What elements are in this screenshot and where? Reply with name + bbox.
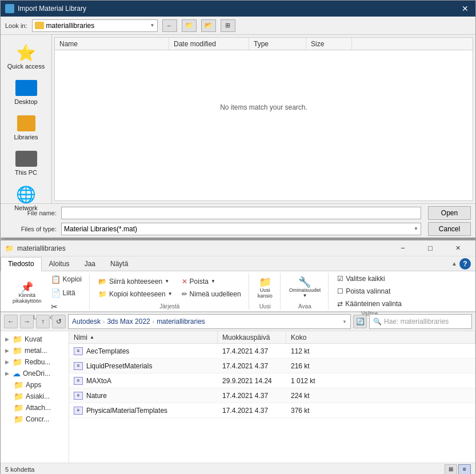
sidebar-quickaccess-label: Quick access (7, 63, 45, 70)
copyto-icon: 📁 (98, 290, 107, 298)
new-folder-btn[interactable]: 📁 Uusikansio (254, 274, 277, 302)
search-icon: 🔍 (373, 318, 382, 326)
grid-view-btn[interactable]: ⊞ (445, 464, 457, 475)
nav-item-metal[interactable]: ▶ 📁 metal... (1, 345, 69, 356)
create-folder-btn[interactable]: 📂 (201, 19, 216, 32)
forward-button[interactable]: → (20, 315, 34, 328)
files-col-name[interactable]: Nimi ▲ (69, 331, 218, 343)
files-col-date[interactable]: Muokkauspäivä (218, 331, 286, 343)
nav-item-redbu[interactable]: ▶ 📁 Redbu... (1, 356, 69, 368)
filetype-combo[interactable]: Material Libraries(*.mat) ▼ (61, 223, 421, 235)
table-row[interactable]: ≡ MAXtoA 29.9.2021 14.24 1 012 kt (69, 373, 475, 388)
scissors-icon: ✂ (51, 302, 58, 311)
file-icon: ≡ (74, 347, 83, 355)
col-name[interactable]: Name (55, 38, 169, 50)
table-row[interactable]: ≡ AecTemplates 17.4.2021 4.37 112 kt (69, 344, 475, 359)
close-icon[interactable]: ✕ (459, 4, 471, 13)
view-toggle-btn[interactable]: ⊞ (221, 19, 235, 32)
tab-aloitus[interactable]: Aloitus (42, 257, 77, 271)
selectall-icon: ☑ (337, 275, 343, 283)
close-button[interactable]: ✕ (445, 240, 471, 256)
nav-item-onedrive[interactable]: ▶ ☁ OneDri... (1, 368, 69, 379)
address-refresh-button[interactable]: 🔄 (353, 315, 367, 328)
help-button[interactable]: ? (459, 258, 471, 270)
nav-item-apps[interactable]: 📁 Apps (1, 379, 69, 391)
col-date[interactable]: Date modified (169, 38, 249, 50)
chevron-down-icon: ▼ (150, 23, 155, 28)
open-button[interactable]: Open (428, 206, 471, 220)
file-name-cell: ≡ Nature (69, 392, 218, 400)
sidebar-item-quickaccess[interactable]: ⭐ Quick access (3, 39, 49, 73)
col-type[interactable]: Type (249, 38, 306, 50)
ribbon-tabs: Tiedosto Aloitus Jaa Näytä ▲ ? (1, 256, 475, 271)
ribbon-up-icon[interactable]: ▲ (451, 260, 457, 267)
copy-btn[interactable]: 📋 Kopioi (47, 273, 86, 286)
delete-btn[interactable]: ✕ Poista ▼ (178, 276, 245, 287)
properties-icon: 🔧 (298, 277, 311, 287)
breadcrumb-autodesk[interactable]: Autodesk (72, 318, 101, 326)
nav-item-asiaki[interactable]: 📁 Asiaki... (1, 391, 69, 402)
refresh-button[interactable]: ↺ (52, 315, 66, 328)
back-button[interactable]: ← (4, 315, 18, 328)
table-row[interactable]: ≡ LiquidPresetMaterials 17.4.2021 4.37 2… (69, 359, 475, 373)
dialog-title-bar: Import Material Library ✕ (1, 1, 475, 17)
file-size-cell: 1 012 kt (286, 377, 475, 385)
copy-to-btn[interactable]: 📁 Kopioi kohteeseen ▼ (94, 288, 177, 300)
ribbon-group-open: 🔧 Ominaisuudet ▼ Avaa (282, 273, 329, 310)
tab-tiedosto[interactable]: Tiedosto (1, 257, 42, 271)
select-all-btn[interactable]: ☑ Valitse kaikki (333, 273, 406, 284)
sidebar-item-desktop[interactable]: Desktop (3, 75, 49, 108)
explorer-body: ▶ 📁 Kuvat ▶ 📁 metal... ▶ 📁 Redbu... ▶ ☁ … (1, 331, 475, 463)
col-size[interactable]: Size (306, 38, 352, 50)
pin-quickaccess-btn[interactable]: 📌 Kiinnitäpikakäyttöön (9, 279, 46, 307)
ribbon-group-arrange: 📂 Siirrä kohteeseen ▼ 📁 Kopioi kohteesee… (91, 273, 249, 310)
cut-btn[interactable]: ✂ (47, 300, 86, 313)
list-view-btn[interactable]: ≡ (458, 464, 471, 475)
file-name: Nature (86, 392, 107, 400)
minimize-button[interactable]: − (390, 240, 416, 256)
filename-input[interactable] (61, 207, 421, 219)
filename-label: File name: (5, 210, 57, 216)
breadcrumb-materiallibs[interactable]: materiallibraries (157, 318, 205, 326)
file-date-cell: 29.9.2021 14.24 (218, 377, 286, 385)
nav-item-concr[interactable]: 📁 Concr... (1, 413, 69, 425)
file-icon: ≡ (74, 407, 83, 415)
table-row[interactable]: ≡ Nature 17.4.2021 4.37 224 kt (69, 388, 475, 403)
new-items: 📁 Uusikansio (254, 273, 277, 302)
breadcrumb-3dsmax[interactable]: 3ds Max 2022 (107, 318, 150, 326)
folder-icon: 📁 (13, 357, 22, 367)
file-date-cell: 17.4.2021 4.37 (218, 362, 286, 370)
copy-paste-group: 📋 Kopioi 📄 Liitä ✂ (47, 273, 86, 313)
tab-nayta[interactable]: Näytä (103, 257, 135, 271)
file-date: 17.4.2021 4.37 (222, 407, 268, 415)
files-col-size[interactable]: Koko (286, 331, 475, 343)
maximize-button[interactable]: □ (417, 240, 443, 256)
breadcrumb-sep-2: › (153, 319, 154, 325)
search-placeholder: Hae: materiallibraries (384, 318, 449, 326)
nav-back-btn[interactable]: ← (162, 19, 177, 32)
file-date-cell: 17.4.2021 4.37 (218, 392, 286, 400)
file-name-cell: ≡ LiquidPresetMaterials (69, 362, 218, 370)
invert-selection-btn[interactable]: ⇄ Käänteinen valinta (333, 298, 406, 310)
nav-item-attach[interactable]: 📁 Attach... (1, 402, 69, 413)
lookin-combo[interactable]: materiallibraries ▼ (32, 19, 158, 32)
table-row[interactable]: ≡ PhysicalMaterialTemplates 17.4.2021 4.… (69, 403, 475, 418)
address-combo[interactable]: Autodesk › 3ds Max 2022 › materiallibrar… (68, 314, 351, 329)
sidebar-libraries-label: Libraries (14, 134, 38, 140)
file-size-cell: 224 kt (286, 392, 475, 400)
sidebar-item-thispc[interactable]: This PC (3, 146, 49, 179)
nav-item-kuvat[interactable]: ▶ 📁 Kuvat (1, 334, 69, 345)
deselect-btn[interactable]: ☐ Poista valinnat (333, 286, 406, 297)
cancel-button[interactable]: Cancel (428, 222, 471, 236)
nav-up-btn[interactable]: 📁 (182, 19, 197, 32)
folder-icon: 📁 (14, 403, 23, 412)
move-to-btn[interactable]: 📂 Siirrä kohteeseen ▼ (94, 276, 177, 287)
up-button[interactable]: ↑ (36, 315, 50, 328)
tab-jaa[interactable]: Jaa (77, 257, 103, 271)
address-expand-icon[interactable]: ▼ (342, 319, 347, 324)
sidebar-item-libraries[interactable]: Libraries (3, 110, 49, 143)
rename-btn[interactable]: ✏ Nimeä uudelleen (178, 288, 245, 300)
search-box[interactable]: 🔍 Hae: materiallibraries (369, 314, 472, 329)
properties-btn[interactable]: 🔧 Ominaisuudet ▼ (285, 274, 325, 301)
paste-btn[interactable]: 📄 Liitä (47, 287, 86, 299)
